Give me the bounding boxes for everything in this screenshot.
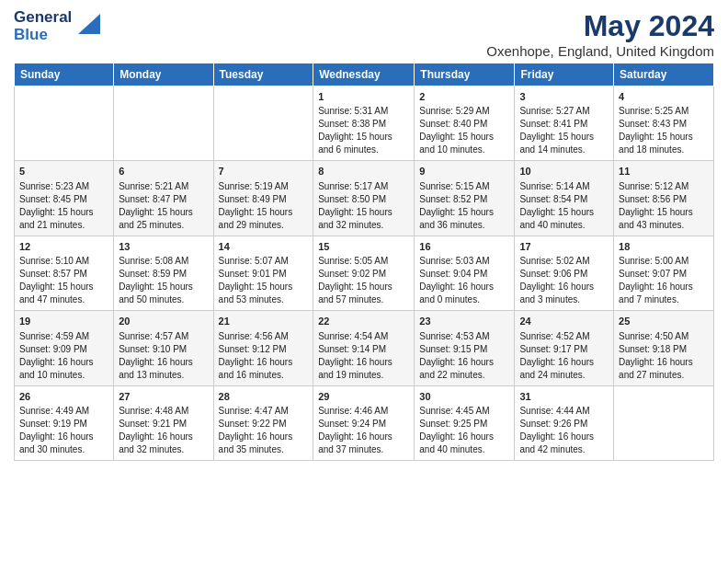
- day-info: Sunrise: 5:23 AMSunset: 8:45 PMDaylight:…: [19, 180, 108, 232]
- day-info: Sunrise: 4:59 AMSunset: 9:09 PMDaylight:…: [19, 330, 108, 382]
- title-block: May 2024 Oxenhope, England, United Kingd…: [486, 9, 714, 59]
- day-info: Sunrise: 5:02 AMSunset: 9:06 PMDaylight:…: [519, 255, 609, 306]
- calendar-header: SundayMondayTuesdayWednesdayThursdayFrid…: [15, 63, 714, 86]
- day-info: Sunrise: 5:31 AMSunset: 8:38 PMDaylight:…: [318, 105, 409, 156]
- day-number: 1: [318, 90, 409, 104]
- calendar-cell: 11Sunrise: 5:12 AMSunset: 8:56 PMDayligh…: [614, 161, 714, 236]
- calendar-cell: 20Sunrise: 4:57 AMSunset: 9:10 PMDayligh…: [114, 311, 213, 385]
- calendar-cell: 19Sunrise: 4:59 AMSunset: 9:09 PMDayligh…: [15, 311, 114, 385]
- day-number: 21: [219, 315, 309, 328]
- calendar-week-2: 5Sunrise: 5:23 AMSunset: 8:45 PMDaylight…: [15, 161, 714, 236]
- day-info: Sunrise: 4:50 AMSunset: 9:18 PMDaylight:…: [619, 330, 709, 382]
- day-info: Sunrise: 4:47 AMSunset: 9:22 PMDaylight:…: [219, 405, 309, 456]
- calendar-cell: 27Sunrise: 4:48 AMSunset: 9:21 PMDayligh…: [114, 385, 213, 460]
- logo-text-block: General Blue: [14, 9, 100, 43]
- calendar-cell: 18Sunrise: 5:00 AMSunset: 9:07 PMDayligh…: [614, 236, 714, 310]
- day-number: 3: [519, 90, 609, 104]
- weekday-header-wednesday: Wednesday: [313, 63, 415, 86]
- calendar-cell: 15Sunrise: 5:05 AMSunset: 9:02 PMDayligh…: [313, 236, 415, 310]
- logo: General Blue: [14, 9, 100, 43]
- day-number: 8: [318, 165, 409, 178]
- day-info: Sunrise: 5:27 AMSunset: 8:41 PMDaylight:…: [519, 105, 609, 156]
- day-info: Sunrise: 4:57 AMSunset: 9:10 PMDaylight:…: [119, 330, 208, 382]
- day-number: 5: [19, 165, 108, 178]
- calendar-cell: 7Sunrise: 5:19 AMSunset: 8:49 PMDaylight…: [213, 161, 313, 236]
- weekday-header-saturday: Saturday: [614, 63, 714, 86]
- calendar-cell: 2Sunrise: 5:29 AMSunset: 8:40 PMDaylight…: [415, 86, 515, 161]
- calendar-cell: 26Sunrise: 4:49 AMSunset: 9:19 PMDayligh…: [15, 385, 114, 460]
- weekday-header-friday: Friday: [515, 63, 614, 86]
- day-number: 12: [19, 240, 108, 254]
- day-info: Sunrise: 5:00 AMSunset: 9:07 PMDaylight:…: [619, 255, 709, 306]
- calendar-week-3: 12Sunrise: 5:10 AMSunset: 8:57 PMDayligh…: [15, 236, 714, 310]
- calendar-week-1: 1Sunrise: 5:31 AMSunset: 8:38 PMDaylight…: [15, 86, 714, 161]
- day-info: Sunrise: 4:48 AMSunset: 9:21 PMDaylight:…: [119, 405, 208, 456]
- day-number: 14: [219, 240, 309, 254]
- calendar-cell: 28Sunrise: 4:47 AMSunset: 9:22 PMDayligh…: [213, 385, 313, 460]
- calendar-cell: 5Sunrise: 5:23 AMSunset: 8:45 PMDaylight…: [15, 161, 114, 236]
- main-title: May 2024: [486, 9, 714, 43]
- day-number: 30: [419, 390, 509, 404]
- calendar-cell: 17Sunrise: 5:02 AMSunset: 9:06 PMDayligh…: [515, 236, 614, 310]
- calendar-cell: [15, 86, 114, 161]
- day-number: 10: [519, 165, 609, 178]
- calendar-cell: 31Sunrise: 4:44 AMSunset: 9:26 PMDayligh…: [515, 385, 614, 460]
- weekday-header-monday: Monday: [114, 63, 213, 86]
- calendar-body: 1Sunrise: 5:31 AMSunset: 8:38 PMDaylight…: [15, 86, 714, 461]
- calendar-cell: 6Sunrise: 5:21 AMSunset: 8:47 PMDaylight…: [114, 161, 213, 236]
- day-info: Sunrise: 4:44 AMSunset: 9:26 PMDaylight:…: [519, 405, 609, 456]
- day-number: 28: [219, 390, 309, 404]
- calendar-cell: 9Sunrise: 5:15 AMSunset: 8:52 PMDaylight…: [415, 161, 515, 236]
- day-number: 7: [219, 165, 309, 178]
- day-info: Sunrise: 4:52 AMSunset: 9:17 PMDaylight:…: [519, 330, 609, 382]
- day-number: 23: [419, 315, 509, 328]
- calendar-cell: 16Sunrise: 5:03 AMSunset: 9:04 PMDayligh…: [415, 236, 515, 310]
- calendar-cell: 1Sunrise: 5:31 AMSunset: 8:38 PMDaylight…: [313, 86, 415, 161]
- calendar-week-4: 19Sunrise: 4:59 AMSunset: 9:09 PMDayligh…: [15, 311, 714, 385]
- svg-marker-0: [78, 14, 100, 34]
- day-number: 17: [519, 240, 609, 254]
- day-info: Sunrise: 4:54 AMSunset: 9:14 PMDaylight:…: [318, 330, 409, 382]
- day-info: Sunrise: 4:46 AMSunset: 9:24 PMDaylight:…: [318, 405, 409, 456]
- calendar-cell: 29Sunrise: 4:46 AMSunset: 9:24 PMDayligh…: [313, 385, 415, 460]
- calendar-cell: 23Sunrise: 4:53 AMSunset: 9:15 PMDayligh…: [415, 311, 515, 385]
- day-number: 25: [619, 315, 709, 328]
- day-info: Sunrise: 5:14 AMSunset: 8:54 PMDaylight:…: [519, 180, 609, 232]
- day-number: 6: [119, 165, 208, 178]
- calendar-cell: 21Sunrise: 4:56 AMSunset: 9:12 PMDayligh…: [213, 311, 313, 385]
- weekday-header-tuesday: Tuesday: [213, 63, 313, 86]
- calendar-cell: 4Sunrise: 5:25 AMSunset: 8:43 PMDaylight…: [614, 86, 714, 161]
- day-info: Sunrise: 4:49 AMSunset: 9:19 PMDaylight:…: [19, 405, 108, 456]
- day-info: Sunrise: 5:08 AMSunset: 8:59 PMDaylight:…: [119, 255, 208, 306]
- day-info: Sunrise: 5:21 AMSunset: 8:47 PMDaylight:…: [119, 180, 208, 232]
- day-info: Sunrise: 5:07 AMSunset: 9:01 PMDaylight:…: [219, 255, 309, 306]
- day-number: 22: [318, 315, 409, 328]
- calendar-cell: 14Sunrise: 5:07 AMSunset: 9:01 PMDayligh…: [213, 236, 313, 310]
- header: General Blue May 2024 Oxenhope, England,…: [14, 9, 714, 59]
- weekday-header-thursday: Thursday: [415, 63, 515, 86]
- day-number: 15: [318, 240, 409, 254]
- calendar-cell: [614, 385, 714, 460]
- day-info: Sunrise: 5:19 AMSunset: 8:49 PMDaylight:…: [219, 180, 309, 232]
- weekday-header-sunday: Sunday: [15, 63, 114, 86]
- day-number: 26: [19, 390, 108, 404]
- day-number: 9: [419, 165, 509, 178]
- day-info: Sunrise: 5:15 AMSunset: 8:52 PMDaylight:…: [419, 180, 509, 232]
- calendar-cell: 10Sunrise: 5:14 AMSunset: 8:54 PMDayligh…: [515, 161, 614, 236]
- day-number: 18: [619, 240, 709, 254]
- day-number: 20: [119, 315, 208, 328]
- day-info: Sunrise: 4:56 AMSunset: 9:12 PMDaylight:…: [219, 330, 309, 382]
- logo-triangle-icon: [74, 12, 100, 38]
- day-number: 29: [318, 390, 409, 404]
- day-info: Sunrise: 5:05 AMSunset: 9:02 PMDaylight:…: [318, 255, 409, 306]
- calendar-cell: 12Sunrise: 5:10 AMSunset: 8:57 PMDayligh…: [15, 236, 114, 310]
- day-number: 2: [419, 90, 509, 104]
- calendar-cell: 30Sunrise: 4:45 AMSunset: 9:25 PMDayligh…: [415, 385, 515, 460]
- day-number: 13: [119, 240, 208, 254]
- calendar-cell: 22Sunrise: 4:54 AMSunset: 9:14 PMDayligh…: [313, 311, 415, 385]
- day-info: Sunrise: 5:17 AMSunset: 8:50 PMDaylight:…: [318, 180, 409, 232]
- day-info: Sunrise: 4:53 AMSunset: 9:15 PMDaylight:…: [419, 330, 509, 382]
- day-number: 27: [119, 390, 208, 404]
- calendar-cell: 3Sunrise: 5:27 AMSunset: 8:41 PMDaylight…: [515, 86, 614, 161]
- day-number: 16: [419, 240, 509, 254]
